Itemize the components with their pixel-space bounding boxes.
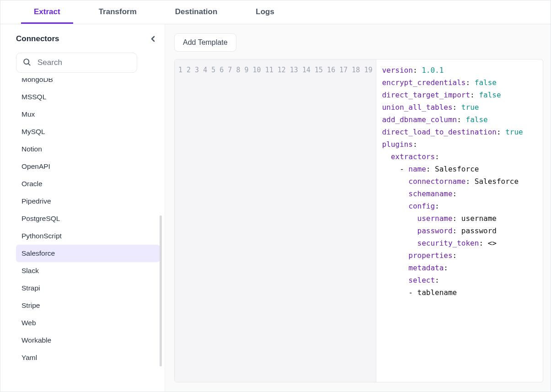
sidebar-item-salesforce[interactable]: Salesforce (16, 245, 160, 262)
sidebar-item-mongodb[interactable]: MongoDB (16, 78, 160, 88)
search-icon (22, 58, 31, 68)
app-frame: ExtractTransformDestinationLogs Connecto… (0, 0, 551, 392)
chevron-left-icon (151, 36, 155, 42)
sidebar-item-oracle[interactable]: Oracle (16, 175, 160, 193)
connector-list[interactable]: MongoDBMSSQLMuxMySQLNotionOpenAPIOracleP… (16, 78, 162, 392)
sidebar-item-workable[interactable]: Workable (16, 332, 160, 349)
code-editor[interactable]: 1 2 3 4 5 6 7 8 9 10 11 12 13 14 15 16 1… (174, 59, 543, 382)
scrollbar-thumb[interactable] (160, 215, 162, 366)
search-input[interactable] (16, 53, 137, 73)
sidebar-item-pythonscript[interactable]: PythonScript (16, 227, 160, 245)
code-area[interactable]: version: 1.0.1 encrypt_credentials: fals… (376, 59, 543, 382)
tab-transform[interactable]: Transform (86, 0, 150, 24)
sidebar-item-openapi[interactable]: OpenAPI (16, 158, 160, 175)
sidebar-item-slack[interactable]: Slack (16, 262, 160, 279)
collapse-sidebar-button[interactable] (147, 33, 158, 44)
sidebar-item-postgresql[interactable]: PostgreSQL (16, 210, 160, 227)
tab-bar: ExtractTransformDestinationLogs (0, 0, 551, 24)
sidebar-item-mssql[interactable]: MSSQL (16, 88, 160, 106)
sidebar-item-mux[interactable]: Mux (16, 106, 160, 123)
sidebar-title: Connectors (16, 34, 59, 43)
line-number-gutter: 1 2 3 4 5 6 7 8 9 10 11 12 13 14 15 16 1… (175, 59, 376, 382)
svg-line-1 (28, 64, 30, 65)
body: Connectors MongoDBMSSQLMuxMySQLNotionOpe… (0, 24, 551, 392)
search-wrap (16, 53, 137, 73)
sidebar-item-notion[interactable]: Notion (16, 140, 160, 158)
sidebar-item-strapi[interactable]: Strapi (16, 279, 160, 297)
sidebar-item-mysql[interactable]: MySQL (16, 123, 160, 140)
sidebar-item-web[interactable]: Web (16, 314, 160, 332)
connectors-sidebar: Connectors MongoDBMSSQLMuxMySQLNotionOpe… (0, 24, 165, 392)
sidebar-item-yaml[interactable]: Yaml (16, 349, 160, 366)
editor-toolbar: Add Template (174, 33, 543, 52)
editor-panel: Add Template 1 2 3 4 5 6 7 8 9 10 11 12 … (165, 24, 551, 392)
sidebar-item-stripe[interactable]: Stripe (16, 297, 160, 314)
sidebar-item-pipedrive[interactable]: Pipedrive (16, 193, 160, 210)
tab-destination[interactable]: Destination (162, 0, 230, 24)
tab-extract[interactable]: Extract (21, 0, 73, 24)
sidebar-header: Connectors (16, 33, 162, 44)
tab-logs[interactable]: Logs (243, 0, 287, 24)
add-template-button[interactable]: Add Template (174, 33, 236, 52)
